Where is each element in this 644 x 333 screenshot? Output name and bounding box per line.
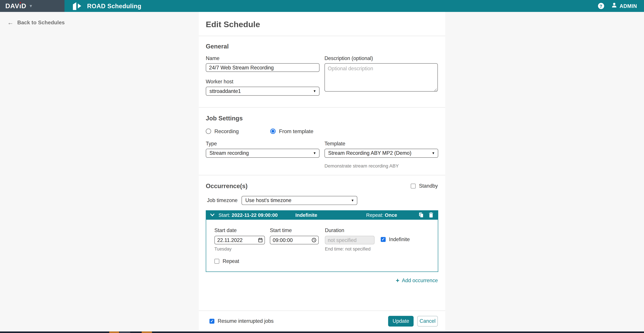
page-title: Edit Schedule [206,12,438,36]
radio-from-template[interactable]: From template [270,128,313,134]
start-date-input[interactable] [214,236,265,244]
occurrence-body: Start date [206,220,438,272]
template-hint: Demonstrate stream recording ABY [324,164,438,168]
select-arrow-icon: ▼ [313,89,316,93]
type-select[interactable]: Stream recording ▼ [206,149,320,158]
back-link-label: Back to Schedules [17,19,65,26]
resume-interrupted-jobs-checkbox[interactable]: ✓ [210,319,214,324]
description-label: Description (optional) [324,56,438,61]
select-arrow-icon: ▼ [432,152,435,155]
repeat-checkbox[interactable] [214,259,219,264]
description-textarea[interactable] [324,63,438,92]
david-logo-text: DAV [5,3,20,9]
radio-recording-label: Recording [214,128,239,134]
occurrence-header[interactable]: Start: 2022-11-22 09:00:00 Indefinite Re… [206,210,438,220]
name-input[interactable] [206,63,320,72]
road-logo-icon [71,2,83,10]
worker-host-select[interactable]: sttroaddante1 ▼ [206,87,320,96]
clock-icon[interactable] [312,236,316,244]
start-date-weekday: Tuesday [214,246,265,251]
duration-input-disabled: not specified [325,236,374,244]
user-menu[interactable]: ADMIN [611,2,637,10]
radio-recording-icon[interactable] [206,128,211,134]
duplicate-occurrence-icon[interactable] [419,212,424,218]
update-button[interactable]: Update [388,316,414,327]
david-logo-i: ı [19,3,21,9]
screen: DAVıD ▼ ROAD Scheduling ? ADMIN ← Back [0,0,644,333]
divider [199,175,445,176]
occurrence-panel: Start: 2022-11-22 09:00:00 Indefinite Re… [206,210,438,272]
collapse-chevron-icon[interactable] [210,214,214,216]
calendar-icon[interactable] [258,236,262,244]
template-select[interactable]: Stream Recording ABY MP2 (Demo) ▼ [324,149,438,158]
repeat-label: Repeat [223,258,239,264]
edit-schedule-card: Edit Schedule General Name Worker host s… [199,12,445,332]
add-occurrence-label: Add occurrence [402,278,438,283]
arrow-left-icon: ← [8,20,14,25]
radio-from-template-label: From template [279,128,313,134]
general-section-heading: General [206,43,438,50]
radio-recording[interactable]: Recording [206,128,239,134]
start-time-input[interactable] [270,236,319,244]
select-arrow-icon: ▼ [351,198,354,202]
standby-label: Standby [419,183,438,189]
app-title: ROAD Scheduling [87,2,141,10]
plus-icon: + [396,278,400,283]
job-timezone-select[interactable]: Use host's timezone ▼ [242,196,358,205]
david-brand-menu[interactable]: DAVıD ▼ [0,0,64,12]
worker-host-label: Worker host [206,79,320,84]
standby-checkbox-row[interactable]: Standby [411,183,438,189]
type-label: Type [206,141,320,146]
top-bar: DAVıD ▼ ROAD Scheduling ? ADMIN [0,0,644,12]
duration-label: Duration [325,228,374,233]
occurrence-repeat-text: Repeat: Once [366,212,397,218]
end-time-note: End time: not specified [325,246,374,251]
person-icon [611,2,617,10]
user-name: ADMIN [620,3,637,9]
resume-interrupted-jobs-label: Resume interrupted jobs [218,318,274,324]
divider [199,36,445,36]
indefinite-checkbox-row[interactable]: ✓ Indefinite [381,235,410,244]
delete-occurrence-icon[interactable] [429,212,433,218]
repeat-checkbox-row[interactable]: Repeat [214,258,438,264]
divider [199,107,445,108]
add-occurrence-link[interactable]: + Add occurrence [396,278,438,283]
back-to-schedules-link[interactable]: ← Back to Schedules [8,19,65,26]
taskbar-accent-2 [120,332,130,333]
start-time-label: Start time [270,228,319,233]
taskbar-accent-3 [142,332,152,333]
taskbar-strip [0,332,644,333]
help-icon[interactable]: ? [598,3,604,9]
job-timezone-label: Job timezone [207,198,238,203]
resume-checkbox-row[interactable]: ✓ Resume interrupted jobs [210,318,274,324]
start-date-label: Start date [214,228,265,233]
occurrence-indefinite-flag: Indefinite [296,212,318,218]
standby-checkbox[interactable] [411,184,416,188]
taskbar-accent-1 [109,332,119,333]
radio-from-template-icon[interactable] [270,128,276,134]
card-footer: ✓ Resume interrupted jobs Update Cancel [199,310,445,332]
job-settings-heading: Job Settings [206,114,438,122]
occurrence-start-text: Start: 2022-11-22 09:00:00 [218,212,278,218]
name-label: Name [206,56,320,61]
david-logo-red-dot-icon [20,2,21,3]
indefinite-label: Indefinite [389,236,410,242]
chevron-down-icon[interactable]: ▼ [29,4,33,8]
select-arrow-icon: ▼ [313,152,316,155]
occurrences-heading: Occurrence(s) [206,182,248,190]
template-label: Template [324,141,438,146]
david-logo: DAVıD [5,3,26,9]
cancel-button[interactable]: Cancel [417,316,438,327]
indefinite-checkbox[interactable]: ✓ [381,237,386,242]
